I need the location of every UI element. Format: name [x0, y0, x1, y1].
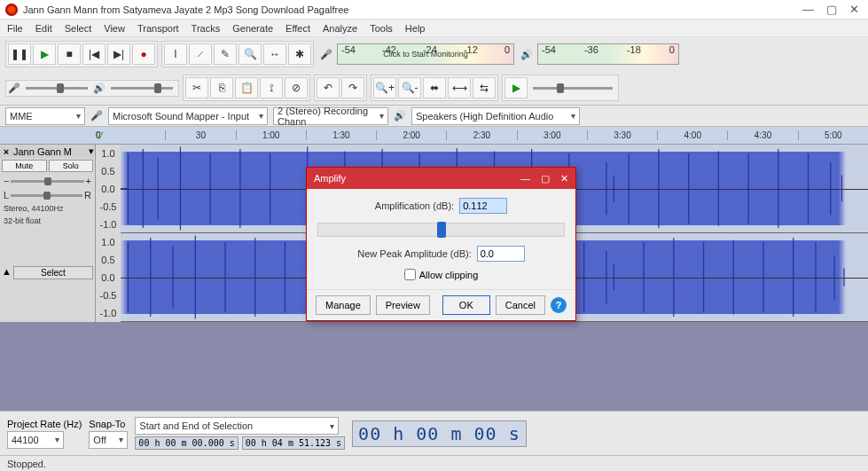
menu-tracks[interactable]: Tracks [192, 23, 221, 34]
track-select-button[interactable]: Select [13, 266, 93, 279]
edit-toolbar: ✂ ⎘ 📋 ⟟ ⊘ [183, 75, 310, 101]
fit-selection-button[interactable]: ⬌ [423, 77, 446, 98]
zoom-toggle-button[interactable]: ⇆ [473, 77, 496, 98]
project-rate-dropdown[interactable]: 44100 [7, 431, 64, 449]
amplification-slider[interactable] [317, 223, 565, 237]
amplification-input[interactable] [459, 198, 507, 214]
audio-host-dropdown[interactable]: MME [5, 107, 85, 125]
pan-slider[interactable] [11, 194, 82, 197]
recording-device-dropdown[interactable]: Microsoft Sound Mapper - Input [108, 107, 268, 125]
collapse-icon[interactable]: ▲ [2, 266, 12, 277]
dialog-title: Amplify [314, 173, 520, 184]
zoom-tool[interactable]: 🔍 [239, 43, 262, 65]
ok-button[interactable]: OK [442, 295, 490, 315]
menu-tools[interactable]: Tools [370, 23, 393, 34]
maximize-icon[interactable]: ▢ [826, 3, 837, 16]
menu-analyze[interactable]: Analyze [323, 23, 357, 34]
peak-amplitude-input[interactable] [477, 246, 525, 262]
menu-view[interactable]: View [104, 23, 125, 34]
cut-button[interactable]: ✂ [185, 77, 208, 98]
multi-tool[interactable]: ✱ [288, 43, 311, 65]
status-bar: Stopped. [0, 455, 868, 471]
preview-button[interactable]: Preview [376, 295, 430, 315]
amplification-label: Amplification (dB): [375, 200, 454, 211]
play-at-speed-button[interactable]: ▶ [504, 77, 528, 98]
envelope-tool[interactable]: ⟋ [189, 43, 212, 65]
transport-toolbar: ❚❚ ▶ ■ |◀ ▶| ● [5, 41, 158, 67]
rec-vol-slider[interactable] [26, 87, 88, 90]
skip-end-button[interactable]: ▶| [107, 43, 130, 65]
dialog-minimize-icon[interactable]: — [520, 173, 530, 184]
speaker-icon[interactable]: 🔊 [518, 49, 536, 60]
mute-button[interactable]: Mute [2, 160, 47, 172]
track-menu-dropdown[interactable]: ▾ [89, 145, 94, 157]
speed-slider[interactable] [533, 87, 613, 90]
toolbar-area: ❚❚ ▶ ■ |◀ ▶| ● I ⟋ ✎ 🔍 ↔ ✱ 🎤 -54 -42 -24… [0, 37, 868, 106]
selection-toolbar: Project Rate (Hz) 44100 Snap-To Off Star… [0, 411, 868, 455]
mic-icon[interactable]: 🎤 [317, 49, 335, 60]
track-close-button[interactable]: × [1, 146, 12, 157]
status-text: Stopped. [7, 459, 46, 469]
audio-position-display[interactable]: 00 h 00 m 00 s [352, 420, 527, 447]
allow-clipping-checkbox[interactable] [404, 269, 416, 280]
allow-clipping-label: Allow clipping [419, 270, 479, 280]
undo-button[interactable]: ↶ [317, 77, 340, 98]
cancel-button[interactable]: Cancel [496, 295, 545, 315]
undo-toolbar: ↶ ↷ [314, 75, 367, 101]
menu-file[interactable]: File [7, 23, 23, 34]
dialog-close-icon[interactable]: ✕ [560, 173, 568, 184]
selection-end-time[interactable]: 00 h 04 m 51.123 s [242, 436, 345, 450]
record-meter-hint: Click to Start Monitoring [383, 50, 468, 59]
audacity-icon [5, 4, 18, 16]
pause-button[interactable]: ❚❚ [8, 43, 31, 65]
dialog-titlebar[interactable]: Amplify — ▢ ✕ [307, 168, 575, 189]
solo-button[interactable]: Solo [49, 160, 94, 172]
play-meter[interactable]: -54 -36 -18 0 [537, 43, 679, 65]
gain-slider[interactable] [11, 180, 83, 183]
play-button[interactable]: ▶ [33, 43, 56, 65]
record-meter[interactable]: -54 -42 -24 -12 0 Click to Start Monitor… [337, 43, 514, 65]
menu-edit[interactable]: Edit [35, 23, 52, 34]
menu-transport[interactable]: Transport [137, 23, 179, 34]
fit-project-button[interactable]: ⟷ [448, 77, 471, 98]
menu-select[interactable]: Select [65, 23, 92, 34]
help-icon[interactable]: ? [551, 297, 567, 313]
timeshift-tool[interactable]: ↔ [263, 43, 286, 65]
zoom-out-button[interactable]: 🔍- [398, 77, 421, 98]
silence-button[interactable]: ⊘ [285, 77, 308, 98]
mic-device-icon: 🎤 [90, 110, 103, 122]
track-name[interactable]: Jann Gann M [12, 146, 89, 157]
draw-tool[interactable]: ✎ [214, 43, 237, 65]
recording-channels-dropdown[interactable]: 2 (Stereo) Recording Chann [273, 107, 388, 125]
playback-device-dropdown[interactable]: Speakers (High Definition Audio [411, 107, 580, 125]
stop-button[interactable]: ■ [58, 43, 81, 65]
amplitude-scale: 1.0 0.5 0.0 -0.5 -1.0 1.0 0.5 0.0 -0.5 -… [96, 145, 121, 322]
timeline-ruler[interactable]: ▽ 0 30 1:00 1:30 2:00 2:30 3:00 3:30 4:0… [0, 127, 868, 145]
close-icon[interactable]: ✕ [849, 3, 859, 16]
selection-tool[interactable]: I [164, 43, 187, 65]
record-button[interactable]: ● [132, 43, 155, 65]
playat-toolbar: ▶ [502, 75, 619, 101]
trim-button[interactable]: ⟟ [260, 77, 283, 98]
menu-help[interactable]: Help [405, 23, 426, 34]
window-title: Jann Gann Mann from Satyameva Jayate 2 M… [23, 4, 802, 15]
redo-button[interactable]: ↷ [341, 77, 364, 98]
paste-button[interactable]: 📋 [235, 77, 258, 98]
speaker-device-icon: 🔊 [394, 110, 406, 122]
dialog-maximize-icon[interactable]: ▢ [541, 173, 550, 184]
menu-effect[interactable]: Effect [285, 23, 310, 34]
play-vol-icon: 🔊 [93, 82, 106, 94]
skip-start-button[interactable]: |◀ [82, 43, 106, 65]
project-rate-label: Project Rate (Hz) [7, 419, 82, 429]
zoom-in-button[interactable]: 🔍+ [373, 77, 396, 98]
minimize-icon[interactable]: — [802, 3, 814, 16]
play-vol-slider[interactable] [111, 87, 173, 90]
snap-to-dropdown[interactable]: Off [89, 431, 128, 449]
copy-button[interactable]: ⎘ [210, 77, 233, 98]
manage-button[interactable]: Manage [316, 295, 371, 315]
selection-start-time[interactable]: 00 h 00 m 00.000 s [135, 436, 238, 450]
selection-mode-dropdown[interactable]: Start and End of Selection [135, 417, 339, 435]
menu-generate[interactable]: Generate [232, 23, 273, 34]
playhead-marker[interactable]: ▽ [96, 130, 103, 141]
tools-toolbar: I ⟋ ✎ 🔍 ↔ ✱ [161, 41, 314, 67]
